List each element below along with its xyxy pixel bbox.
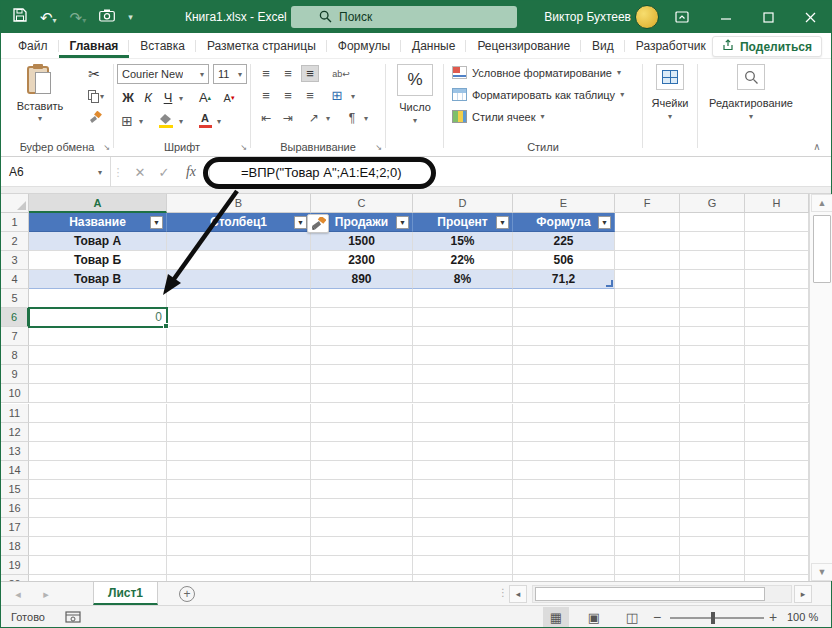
- align-middle-icon[interactable]: ≡: [279, 65, 297, 82]
- grid-cell-C6[interactable]: [311, 308, 413, 327]
- grid-cell-B18[interactable]: [167, 537, 311, 556]
- grid-cell-B6[interactable]: [167, 308, 311, 327]
- grid-cell-F13[interactable]: [615, 442, 680, 461]
- grid-cell-E11[interactable]: [513, 404, 615, 423]
- grid-cell-A4[interactable]: Товар В: [29, 270, 167, 289]
- share-button[interactable]: Поделиться: [712, 36, 822, 57]
- search-input[interactable]: Поиск: [291, 6, 517, 28]
- grid-cell-G16[interactable]: [680, 499, 745, 518]
- grid-cell-A16[interactable]: [29, 499, 167, 518]
- row-header-9[interactable]: 9: [1, 365, 29, 384]
- grid-cell-H19[interactable]: [745, 556, 809, 575]
- grid-cell-E6[interactable]: [513, 308, 615, 327]
- grid-cell-D17[interactable]: [413, 518, 513, 537]
- row-header-19[interactable]: 19: [1, 556, 29, 575]
- grid-cell-A12[interactable]: [29, 423, 167, 442]
- scroll-down-icon[interactable]: ▼: [811, 563, 832, 581]
- formula-bar-splitter[interactable]: ⋮: [113, 157, 123, 187]
- row-header-15[interactable]: 15: [1, 480, 29, 499]
- minimize-button[interactable]: [707, 1, 745, 33]
- grid-cell-F17[interactable]: [615, 518, 680, 537]
- fill-handle[interactable]: [163, 323, 169, 329]
- tab-formulas[interactable]: Формулы: [327, 33, 401, 58]
- column-header-D[interactable]: D: [413, 194, 513, 213]
- grid-cell-C14[interactable]: [311, 461, 413, 480]
- grid-cell-G6[interactable]: [680, 308, 745, 327]
- grid-cell-E9[interactable]: [513, 365, 615, 384]
- macro-record-icon[interactable]: [65, 606, 81, 628]
- grid-cell-H9[interactable]: [745, 365, 809, 384]
- grid-cell-E18[interactable]: [513, 537, 615, 556]
- grid-cell-H6[interactable]: [745, 308, 809, 327]
- grid-cell-F10[interactable]: [615, 384, 680, 403]
- row-header-8[interactable]: 8: [1, 346, 29, 365]
- grid-cell-G18[interactable]: [680, 537, 745, 556]
- horizontal-scrollbar[interactable]: [532, 585, 792, 603]
- grid-cell-F18[interactable]: [615, 537, 680, 556]
- grid-cell-F1[interactable]: [615, 213, 680, 232]
- tab-data[interactable]: Данные: [401, 33, 466, 58]
- row-header-17[interactable]: 17: [1, 518, 29, 537]
- grid-cell-G19[interactable]: [680, 556, 745, 575]
- grid-cell-E8[interactable]: [513, 346, 615, 365]
- grid-cell-E13[interactable]: [513, 442, 615, 461]
- number-format-button[interactable]: % Число ▾: [396, 64, 434, 125]
- wrap-text-icon[interactable]: ab↩: [329, 65, 353, 82]
- insert-function-icon[interactable]: fx: [179, 157, 203, 187]
- grid-cell-H7[interactable]: [745, 327, 809, 346]
- grid-cell-D11[interactable]: [413, 404, 513, 423]
- font-color-icon[interactable]: А: [196, 111, 214, 129]
- align-top-icon[interactable]: ≡: [257, 65, 275, 82]
- row-header-12[interactable]: 12: [1, 423, 29, 442]
- grid-cell-G3[interactable]: [680, 251, 745, 270]
- merge-dropdown-icon[interactable]: ▾: [348, 91, 358, 101]
- grid-cell-A3[interactable]: Товар Б: [29, 251, 167, 270]
- grid-cell-C3[interactable]: 2300: [311, 251, 413, 270]
- grid-cell-H17[interactable]: [745, 518, 809, 537]
- grid-cell-H16[interactable]: [745, 499, 809, 518]
- row-header-3[interactable]: 3: [1, 251, 29, 270]
- grid-cell-A17[interactable]: [29, 518, 167, 537]
- grid-cell-B7[interactable]: [167, 327, 311, 346]
- formula-text[interactable]: =ВПР("Товар А";A1:E4;2;0): [241, 157, 402, 187]
- scroll-up-icon[interactable]: ▲: [811, 194, 832, 212]
- clipboard-dialog-launcher-icon[interactable]: ↘: [103, 143, 110, 152]
- format-painter-icon[interactable]: [83, 109, 105, 127]
- grid-cell-D13[interactable]: [413, 442, 513, 461]
- grid-cell-D7[interactable]: [413, 327, 513, 346]
- align-center-icon[interactable]: ≡: [279, 87, 297, 104]
- grid-cell-B8[interactable]: [167, 346, 311, 365]
- grid-cell-G5[interactable]: [680, 289, 745, 308]
- grid-cell-F15[interactable]: [615, 480, 680, 499]
- grid-cell-G8[interactable]: [680, 346, 745, 365]
- grid-cell-C9[interactable]: [311, 365, 413, 384]
- row-header-18[interactable]: 18: [1, 537, 29, 556]
- horizontal-scroll-thumb[interactable]: [535, 587, 765, 601]
- enter-icon[interactable]: ✓: [153, 157, 175, 187]
- grid-cell-E17[interactable]: [513, 518, 615, 537]
- grid-cell-E14[interactable]: [513, 461, 615, 480]
- grid-cell-C4[interactable]: 890: [311, 270, 413, 289]
- grid-cell-B3[interactable]: [167, 251, 311, 270]
- grid-cell-B14[interactable]: [167, 461, 311, 480]
- grid-cell-E4[interactable]: 71,2: [513, 270, 615, 289]
- grid-cell-D18[interactable]: [413, 537, 513, 556]
- grid-cell-D12[interactable]: [413, 423, 513, 442]
- grid-cell-G9[interactable]: [680, 365, 745, 384]
- orientation-icon[interactable]: ↗: [305, 109, 323, 126]
- grid-cell-C19[interactable]: [311, 556, 413, 575]
- font-size-select[interactable]: 11▾: [213, 64, 247, 84]
- grid-cell-F7[interactable]: [615, 327, 680, 346]
- next-sheet-icon[interactable]: ▸: [35, 582, 57, 606]
- zoom-slider-track[interactable]: [670, 617, 764, 619]
- grid-cell-D2[interactable]: 15%: [413, 232, 513, 251]
- row-header-16[interactable]: 16: [1, 499, 29, 518]
- column-header-E[interactable]: E: [513, 194, 615, 213]
- text-direction-icon[interactable]: ¶: [343, 109, 361, 126]
- grid-cell-C11[interactable]: [311, 404, 413, 423]
- cell-styles-button[interactable]: Стили ячеек▾: [452, 110, 545, 123]
- grid-cell-B1[interactable]: Столбец1▼: [167, 213, 311, 232]
- grid-cell-G14[interactable]: [680, 461, 745, 480]
- borders-dropdown-icon[interactable]: ▾: [136, 116, 146, 126]
- bold-button[interactable]: Ж: [120, 89, 136, 106]
